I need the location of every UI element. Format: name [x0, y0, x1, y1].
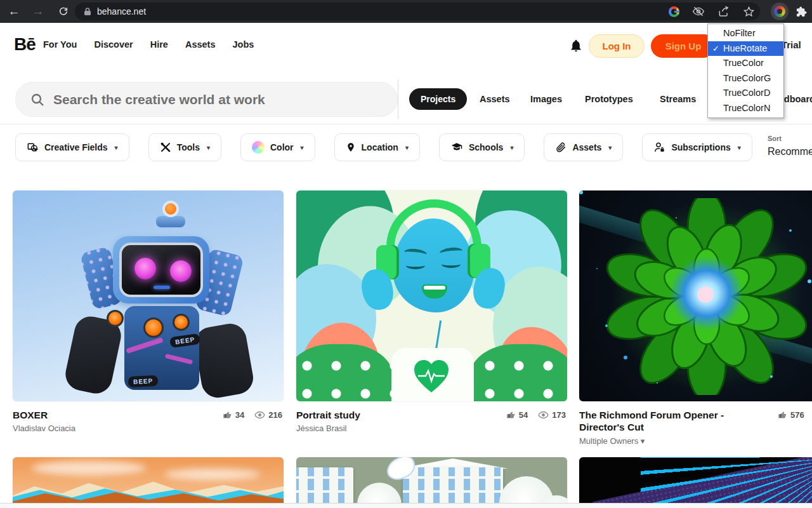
chevron-down-icon: ▾ [301, 144, 304, 151]
menu-item-truecolorg[interactable]: TrueColorG [708, 71, 783, 86]
horizontal-scrollbar[interactable] [0, 503, 812, 508]
menu-item-nofilter[interactable]: NoFilter [708, 26, 783, 41]
art-shape [143, 318, 164, 338]
chevron-down-icon: ▾ [510, 144, 513, 151]
art-shape [170, 260, 192, 282]
person-lock-icon [653, 142, 665, 153]
eye-off-icon[interactable] [692, 5, 705, 18]
thumbs-up-icon [223, 410, 232, 420]
project-thumbnail[interactable] [13, 457, 284, 508]
art-flower [602, 198, 811, 395]
project-thumbnail[interactable] [296, 457, 567, 508]
project-title[interactable]: The Richmond Forum Opener - Director's C… [579, 409, 735, 434]
art-shape [469, 344, 567, 401]
location-pin-icon [346, 142, 356, 153]
art-shape [296, 467, 353, 508]
art-shape [162, 201, 179, 217]
art-shape [156, 216, 185, 227]
reload-icon[interactable] [56, 4, 71, 19]
search-bar[interactable] [15, 82, 398, 117]
chevron-down-icon: ▾ [608, 144, 612, 151]
filter-row: Creative Fields▾ Tools▾ Color▾ Location▾… [15, 133, 752, 161]
bell-icon[interactable] [569, 38, 583, 53]
menu-item-truecolord[interactable]: TrueColorD [708, 86, 783, 101]
main-nav: For You Discover Hire Assets Jobs [43, 39, 254, 50]
art-shape [406, 262, 425, 269]
behance-logo[interactable]: Bē [14, 34, 36, 55]
browser-toolbar: ← → behance.net [0, 0, 812, 23]
art-shape [386, 199, 481, 251]
address-bar[interactable]: behance.net [75, 3, 760, 20]
filter-assets[interactable]: Assets▾ [544, 133, 623, 161]
nav-discover[interactable]: Discover [94, 39, 133, 50]
creative-fields-icon [27, 142, 39, 154]
paperclip-icon [555, 142, 566, 153]
tab-projects[interactable]: Projects [409, 88, 467, 110]
art-text: BEEP [128, 375, 159, 387]
art-shape [107, 310, 124, 327]
art-shape [442, 260, 461, 268]
tab-assets[interactable]: Assets [480, 94, 510, 104]
tab-images[interactable]: Images [530, 94, 562, 104]
project-caption: BOXER Vladislav Ociacia 34 216 [13, 409, 284, 433]
color-wheel-extension-icon[interactable] [771, 3, 789, 20]
share-icon[interactable] [717, 5, 730, 18]
log-in-button[interactable]: Log In [589, 34, 645, 58]
project-author[interactable]: Jéssica Brasil [296, 424, 567, 433]
nav-jobs[interactable]: Jobs [232, 39, 254, 50]
nav-hire[interactable]: Hire [150, 39, 168, 50]
google-logo-icon[interactable] [669, 6, 679, 17]
chevron-down-icon[interactable]: ▾ [641, 436, 645, 446]
chevron-down-icon: ▾ [207, 144, 210, 151]
project-caption: Portrait study Jéssica Brasil 54 173 [296, 409, 567, 433]
project-thumbnail-portrait-study[interactable] [296, 190, 567, 401]
search-input[interactable] [53, 92, 383, 107]
extension-filter-menu: NoFilter ✓HueRotate TrueColor TrueColorG… [707, 23, 784, 118]
filter-tools[interactable]: Tools▾ [148, 133, 221, 161]
likes-stat: 576 [778, 410, 804, 420]
site-header: Bē For You Discover Hire Assets Jobs Log… [0, 23, 812, 69]
tab-streams[interactable]: Streams [660, 94, 696, 104]
sign-up-button[interactable]: Sign Up [651, 34, 716, 58]
filter-subscriptions[interactable]: Subscriptions▾ [642, 133, 752, 161]
art-shape [412, 357, 451, 395]
puzzle-extensions-icon[interactable] [795, 6, 807, 18]
filter-creative-fields[interactable]: Creative Fields▾ [15, 133, 129, 161]
sort-label: Sort [768, 135, 812, 142]
filter-schools[interactable]: Schools▾ [439, 133, 525, 161]
tools-icon [160, 142, 171, 153]
search-row: Projects Assets Images Prototypes Stream… [0, 69, 812, 124]
filter-color[interactable]: Color▾ [240, 133, 315, 161]
divider [398, 79, 398, 119]
menu-item-truecolor[interactable]: TrueColor [708, 56, 783, 71]
tab-prototypes[interactable]: Prototypes [585, 94, 633, 104]
forward-icon[interactable]: → [30, 4, 46, 19]
check-icon: ✓ [712, 41, 719, 57]
art-shape [173, 314, 190, 331]
art-shape [154, 286, 170, 289]
art-shape [641, 457, 812, 508]
color-wheel-icon [252, 141, 265, 154]
star-icon[interactable] [743, 6, 755, 18]
sort-control[interactable]: Sort Recommended [768, 135, 812, 157]
filter-location[interactable]: Location▾ [334, 133, 420, 161]
back-icon[interactable]: ← [6, 4, 22, 19]
project-thumbnail[interactable] [579, 457, 812, 508]
project-author[interactable]: Multiple Owners ▾ [579, 436, 812, 446]
menu-item-huerotate[interactable]: ✓HueRotate [708, 41, 783, 57]
menu-item-truecolorn[interactable]: TrueColorN [708, 101, 783, 116]
project-thumbnail-boxer[interactable]: BEEP BEEP [13, 190, 284, 401]
project-thumbnail-richmond-forum[interactable] [579, 190, 812, 401]
search-icon [30, 92, 45, 107]
likes-stat: 34 [223, 410, 244, 420]
views-stat: 216 [254, 410, 282, 420]
art-shape [579, 190, 583, 194]
page: ← → behance.net [0, 0, 812, 508]
project-author[interactable]: Vladislav Ociacia [13, 424, 284, 433]
art-shape [296, 344, 394, 401]
nav-for-you[interactable]: For You [43, 39, 77, 50]
nav-assets[interactable]: Assets [185, 39, 216, 50]
sort-value: Recommended [768, 146, 812, 157]
eye-icon [254, 411, 265, 419]
views-stat: 173 [538, 410, 566, 420]
